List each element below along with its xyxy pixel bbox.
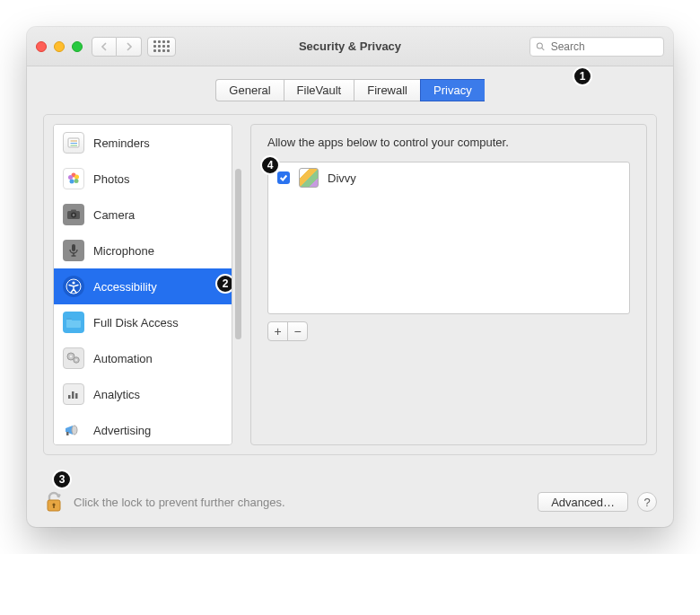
- svg-point-22: [70, 356, 73, 358]
- lock-icon: [45, 491, 63, 513]
- svg-point-9: [74, 179, 79, 183]
- content-area: General FileVault Firewall Privacy 1 Rem…: [27, 66, 673, 471]
- reminders-icon: [63, 132, 84, 154]
- minimize-button[interactable]: [54, 41, 65, 52]
- sidebar-item-advertising[interactable]: Advertising: [54, 412, 232, 445]
- app-list: Divvy: [267, 162, 630, 314]
- search-input[interactable]: [549, 40, 658, 54]
- gear-icon: [63, 347, 84, 369]
- nav-buttons: [92, 37, 142, 57]
- sidebar-item-accessibility[interactable]: Accessibility 2: [54, 268, 232, 304]
- tab-filevault[interactable]: FileVault: [284, 79, 354, 101]
- search-field[interactable]: [529, 37, 664, 57]
- zoom-button[interactable]: [72, 41, 83, 52]
- remove-app-button[interactable]: −: [288, 322, 307, 340]
- svg-rect-27: [75, 393, 78, 399]
- help-button[interactable]: ?: [637, 492, 657, 512]
- grid-icon: [153, 40, 170, 52]
- svg-rect-29: [66, 432, 69, 435]
- svg-point-10: [70, 180, 74, 184]
- annotation-badge-3: 3: [52, 470, 72, 489]
- camera-icon: [63, 204, 84, 225]
- sidebar-item-label: Full Disk Access: [93, 316, 179, 329]
- advanced-button[interactable]: Advanced…: [538, 492, 628, 512]
- app-row[interactable]: Divvy: [268, 163, 629, 193]
- sidebar-item-label: Microphone: [93, 244, 154, 258]
- svg-point-8: [74, 175, 79, 180]
- sidebar-item-automation[interactable]: Automation: [54, 340, 232, 376]
- svg-point-14: [73, 214, 75, 216]
- annotation-badge-1: 1: [573, 66, 592, 86]
- prefs-window: Security & Privacy General FileVault Fir…: [27, 27, 673, 527]
- add-app-button[interactable]: +: [268, 322, 288, 340]
- svg-point-28: [72, 426, 77, 435]
- sidebar-item-label: Camera: [93, 208, 135, 222]
- svg-rect-26: [72, 391, 74, 399]
- svg-rect-16: [72, 244, 75, 251]
- app-checkbox[interactable]: [277, 171, 290, 184]
- sidebar-item-camera[interactable]: Camera: [54, 197, 232, 233]
- show-all-button[interactable]: [147, 37, 176, 57]
- add-remove-control: + −: [267, 321, 308, 341]
- svg-point-0: [537, 42, 542, 48]
- back-button[interactable]: [92, 37, 117, 57]
- sidebar-scrollbar-track: [234, 124, 241, 445]
- svg-rect-25: [68, 395, 71, 399]
- lock-button[interactable]: [43, 491, 65, 513]
- tab-privacy[interactable]: Privacy: [420, 79, 485, 101]
- photos-icon: [63, 168, 84, 189]
- sidebar-item-analytics[interactable]: Analytics: [54, 376, 232, 412]
- footer: 3 Click the lock to prevent further chan…: [27, 471, 673, 527]
- tab-general[interactable]: General: [215, 79, 283, 101]
- traffic-lights: [36, 41, 83, 52]
- sidebar-item-label: Photos: [93, 172, 129, 186]
- app-name: Divvy: [328, 171, 356, 185]
- sidebar-item-photos[interactable]: Photos: [54, 161, 232, 197]
- detail-pane: Allow the apps below to control your com…: [250, 124, 647, 445]
- megaphone-icon: [63, 419, 84, 441]
- privacy-panel: Reminders Photos Camera: [43, 114, 657, 455]
- sidebar-item-label: Reminders: [93, 136, 150, 150]
- annotation-badge-4: 4: [260, 155, 280, 175]
- sidebar-item-label: Advertising: [93, 424, 151, 437]
- microphone-icon: [63, 240, 84, 261]
- annotation-badge-2: 2: [215, 274, 232, 294]
- app-icon: [299, 168, 319, 188]
- svg-line-1: [542, 48, 545, 50]
- detail-header: Allow the apps below to control your com…: [267, 136, 630, 149]
- sidebar-item-microphone[interactable]: Microphone: [54, 233, 232, 268]
- tab-bar: General FileVault Firewall Privacy 1: [43, 79, 657, 101]
- sidebar-item-full-disk[interactable]: Full Disk Access: [54, 304, 232, 340]
- forward-button[interactable]: [117, 37, 142, 57]
- close-button[interactable]: [36, 41, 47, 52]
- lock-text: Click the lock to prevent further change…: [74, 496, 529, 509]
- accessibility-icon: [63, 276, 84, 297]
- sidebar-item-reminders[interactable]: Reminders: [54, 125, 232, 161]
- svg-rect-15: [71, 210, 76, 212]
- svg-point-11: [68, 175, 73, 180]
- chart-icon: [63, 383, 84, 405]
- category-sidebar[interactable]: Reminders Photos Camera: [53, 124, 232, 445]
- svg-point-20: [72, 281, 74, 284]
- sidebar-scrollbar[interactable]: [235, 169, 241, 339]
- folder-icon: [63, 312, 84, 333]
- sidebar-item-label: Automation: [93, 352, 153, 365]
- svg-rect-32: [53, 505, 55, 508]
- svg-point-24: [75, 359, 77, 361]
- search-icon: [536, 41, 546, 52]
- tab-firewall[interactable]: Firewall: [354, 79, 420, 101]
- titlebar: Security & Privacy: [27, 27, 673, 66]
- sidebar-item-label: Accessibility: [93, 280, 157, 294]
- sidebar-item-label: Analytics: [93, 388, 140, 401]
- window-title: Security & Privacy: [299, 40, 401, 53]
- sidebar-wrap: Reminders Photos Camera: [53, 124, 241, 445]
